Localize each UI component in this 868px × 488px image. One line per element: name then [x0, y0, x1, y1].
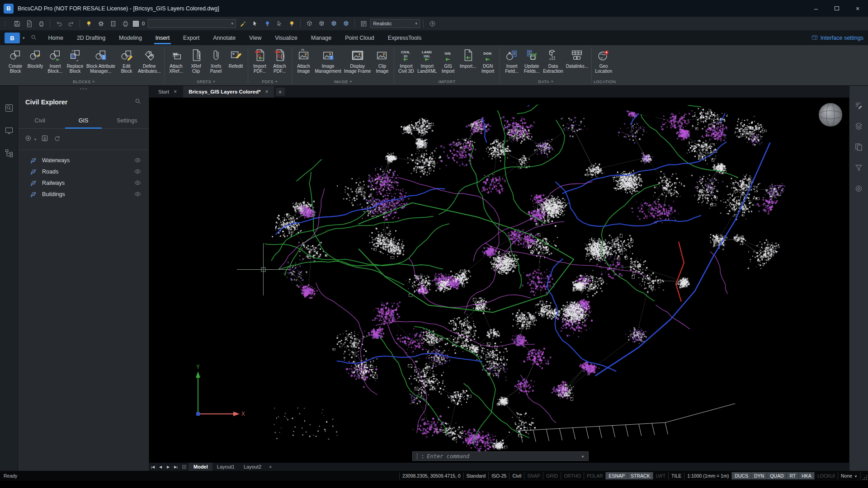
ribbon-button-dgn[interactable]: DGNDGN Import: [478, 47, 498, 74]
bulb-blue-button[interactable]: [262, 18, 273, 29]
ribbon-tab-2d-drafting[interactable]: 2D Drafting: [70, 31, 112, 45]
command-history-toggle-icon[interactable]: ▲: [581, 454, 585, 458]
status-field-esnap[interactable]: ESNAP: [606, 472, 628, 479]
printer-button[interactable]: [120, 18, 131, 29]
command-input[interactable]: Enter command: [427, 453, 581, 460]
layer-dropdown[interactable]: ▾: [148, 19, 236, 28]
ribbon-button-display[interactable]: Display Image Frame: [343, 47, 372, 74]
ribbon-button-image[interactable]: Image Management: [314, 47, 343, 74]
match-props-button[interactable]: [237, 18, 248, 29]
structure-tree-panel-button[interactable]: [3, 147, 15, 159]
document-tab-start[interactable]: Start×: [153, 86, 182, 98]
ribbon-group-label-location[interactable]: LOCATION: [594, 78, 616, 85]
status-field-iso-25[interactable]: ISO-25: [489, 472, 509, 479]
status-field-rt[interactable]: RT: [787, 472, 799, 479]
look-lens-tool-button[interactable]: [853, 183, 865, 194]
ribbon-tab-manage[interactable]: Manage: [304, 31, 338, 45]
status-field-lwt[interactable]: LWT: [653, 472, 669, 479]
chevron-down-icon[interactable]: ▾: [34, 137, 36, 141]
status-field-standard[interactable]: Standard: [464, 472, 489, 479]
layout-nav-first-button[interactable]: |◀: [149, 463, 157, 471]
status-field-strack[interactable]: STRACK: [628, 472, 653, 479]
ribbon-tab-modeling[interactable]: Modeling: [112, 31, 149, 45]
panel-drag-handle[interactable]: [18, 86, 149, 91]
ribbon-button-import[interactable]: LANDXMLImport LandXML: [416, 47, 438, 74]
layer-row-railways[interactable]: Railways: [18, 177, 149, 188]
ribbon-button-create[interactable]: Create Block: [5, 47, 25, 74]
minimize-button[interactable]: –: [806, 0, 826, 17]
layout-tab-layout1[interactable]: Layout1: [212, 463, 239, 471]
add-layer-button[interactable]: [24, 134, 33, 144]
layout-tab-layout2[interactable]: Layout2: [239, 463, 266, 471]
ribbon-group-label-blocks[interactable]: BLOCKS▾: [5, 78, 162, 85]
visual-style-dropdown[interactable]: Realistic ▾: [370, 19, 420, 28]
application-menu-button[interactable]: B: [5, 33, 20, 43]
cube-wire-button[interactable]: [304, 18, 315, 29]
cube-hidden-button[interactable]: [316, 18, 327, 29]
drawing-viewport[interactable]: : Enter command ▲: [149, 98, 849, 463]
visibility-eye-icon[interactable]: [134, 156, 142, 164]
gear-button[interactable]: [95, 18, 106, 29]
maximize-button[interactable]: [826, 0, 847, 17]
gis-map-canvas[interactable]: [149, 98, 849, 463]
ribbon-button-insert[interactable]: Insert Block...: [45, 47, 65, 74]
status-field-hka[interactable]: HKA: [799, 472, 815, 479]
help-button[interactable]: ?: [427, 18, 438, 29]
ribbon-tab-annotate[interactable]: Annotate: [206, 31, 242, 45]
ribbon-button-data[interactable]: Data Extraction: [542, 47, 564, 74]
status-field-snap[interactable]: SNAP: [524, 472, 543, 479]
status-field-1-1000-1mm-1m-[interactable]: 1:1000 (1mm = 1m): [684, 472, 732, 479]
import-gis-button[interactable]: [41, 134, 49, 144]
status-field-quad[interactable]: QUAD: [767, 472, 787, 479]
close-tab-icon[interactable]: ×: [174, 89, 177, 95]
pick-add-button[interactable]: [250, 18, 260, 29]
close-tab-icon[interactable]: ×: [265, 89, 268, 95]
status-field-grid[interactable]: GRID: [543, 472, 561, 479]
ribbon-button-attach[interactable]: Attach Image: [294, 47, 314, 74]
toolbar-grip[interactable]: ⋮: [3, 21, 8, 27]
ribbon-button-insert[interactable]: Insert Field...: [502, 47, 522, 74]
ribbon-tab-expresstools[interactable]: ExpressTools: [381, 31, 428, 45]
ribbon-button-import[interactable]: Import PDF...: [250, 47, 270, 74]
explorer-tab-gis[interactable]: GIS: [61, 114, 105, 128]
explorer-search-panel-button[interactable]: [3, 102, 15, 114]
ribbon-tab-export[interactable]: Export: [176, 31, 206, 45]
layer-row-buildings[interactable]: Buildings: [18, 188, 149, 200]
resize-grip[interactable]: [863, 475, 867, 480]
status-field-lockui[interactable]: LOCKUI: [815, 472, 838, 479]
ribbon-button-edit[interactable]: Edit Block: [117, 47, 137, 74]
ribbon-button-refedit[interactable]: Refedit: [226, 47, 246, 69]
color-swatch[interactable]: [133, 21, 139, 27]
bulb-button[interactable]: [83, 18, 94, 29]
status-field-23098-2305-30509-4715-0[interactable]: 23098.2305, 30509.4715, 0: [399, 472, 463, 479]
ribbon-group-label-image[interactable]: IMAGE▾: [294, 78, 392, 85]
ribbon-button-define[interactable]: Define Attributes...: [137, 47, 162, 74]
drawing-panel-panel-button[interactable]: [3, 125, 15, 136]
undo-button[interactable]: [53, 18, 64, 29]
ribbon-button-clip[interactable]: Clip Image: [372, 47, 392, 74]
cube-realistic-button[interactable]: [340, 18, 351, 29]
layer-row-roads[interactable]: Roads: [18, 166, 149, 177]
status-field-polar[interactable]: POLAR: [584, 472, 606, 479]
ribbon-button-geo[interactable]: Geo Location: [594, 47, 613, 74]
status-field-tile[interactable]: TILE: [669, 472, 684, 479]
interface-settings-button[interactable]: Interface settings: [811, 31, 863, 45]
bulb-button[interactable]: [286, 18, 297, 29]
layout-nav-next-button[interactable]: ▶: [165, 463, 172, 471]
command-bar-grip[interactable]: [416, 453, 418, 459]
publish-button[interactable]: [36, 18, 47, 29]
status-field-civil[interactable]: Civil: [509, 472, 524, 479]
document-tab-active[interactable]: Bricsys_GIS Layers Colored*×: [183, 86, 274, 98]
drawing-list-button[interactable]: [358, 18, 369, 29]
layout-menu-button[interactable]: [180, 463, 189, 471]
ribbon-button-gis[interactable]: GISGIS Import: [438, 47, 458, 74]
layer-row-waterways[interactable]: Waterways: [18, 155, 149, 166]
layer-stack-tool-button[interactable]: [853, 120, 865, 132]
search-icon[interactable]: [134, 98, 142, 107]
ribbon-button-blockify[interactable]: Blockify: [25, 47, 45, 69]
ribbon-group-label-pdfs[interactable]: PDFS▾: [250, 78, 290, 85]
filter-tool-button[interactable]: [853, 162, 865, 174]
ribbon-button-attach[interactable]: Attach XRef...: [166, 47, 186, 74]
ribbon-group-label-xrefs[interactable]: XREFS▾: [166, 78, 246, 85]
close-button[interactable]: ×: [847, 0, 868, 17]
